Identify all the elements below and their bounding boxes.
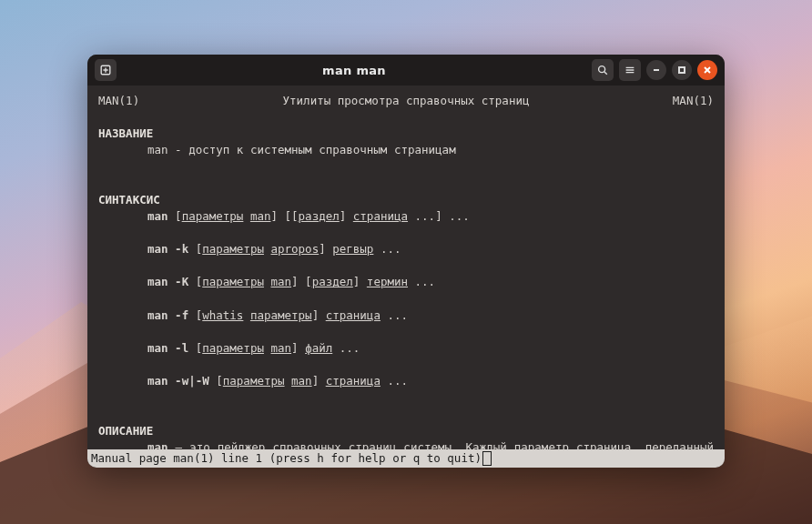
man-header-left: MAN(1)	[98, 93, 139, 109]
hamburger-icon	[624, 64, 636, 76]
status-text: Manual page man(1) line 1 (press h for h…	[91, 449, 482, 468]
close-button[interactable]	[697, 60, 717, 80]
desktop-wallpaper: man man MAN(1)Утилиты просмотра	[0, 0, 812, 524]
synopsis-line: man [параметры man] [[раздел] страница .…	[147, 208, 714, 225]
minimize-button[interactable]	[646, 60, 666, 80]
close-icon	[703, 66, 712, 75]
maximize-button[interactable]	[672, 60, 692, 80]
section-description-heading: ОПИСАНИЕ	[98, 424, 153, 438]
man-status-line: Manual page man(1) line 1 (press h for h…	[87, 449, 725, 468]
cursor	[482, 451, 492, 466]
terminal-content[interactable]: MAN(1)Утилиты просмотра справочных стран…	[87, 86, 725, 449]
window-titlebar[interactable]: man man	[87, 55, 725, 86]
synopsis-line: man -l [параметры man] файл ...	[147, 340, 714, 357]
synopsis-line: man -K [параметры man] [раздел] термин .…	[147, 274, 714, 290]
terminal-window: man man MAN(1)Утилиты просмотра	[87, 55, 725, 468]
man-header-center: Утилиты просмотра справочных страниц	[283, 93, 530, 109]
section-name-heading: НАЗВАНИЕ	[98, 126, 153, 140]
synopsis-line: man -f [whatis параметры] страница ...	[147, 307, 714, 324]
man-header-line: MAN(1)Утилиты просмотра справочных стран…	[98, 93, 714, 109]
maximize-icon	[677, 66, 686, 75]
section-name-body: man - доступ к системным справочным стра…	[147, 142, 714, 158]
synopsis-line: man -k [параметры apropos] регвыр ...	[147, 241, 714, 257]
search-icon	[596, 64, 609, 76]
window-title: man man	[117, 64, 592, 77]
minimize-icon	[652, 66, 661, 75]
menu-button[interactable]	[619, 59, 641, 81]
section-synopsis-heading: СИНТАКСИС	[98, 193, 160, 207]
section-description-body: man — это пейджер справочных страниц сис…	[147, 439, 714, 449]
svg-line-4	[604, 72, 607, 75]
svg-point-3	[599, 66, 605, 73]
man-header-right: MAN(1)	[673, 93, 714, 109]
search-button[interactable]	[592, 59, 614, 81]
new-tab-button[interactable]	[95, 59, 117, 81]
synopsis-line: man -w|-W [параметры man] страница ...	[147, 373, 714, 389]
new-tab-icon	[99, 64, 112, 76]
svg-rect-9	[679, 67, 685, 73]
